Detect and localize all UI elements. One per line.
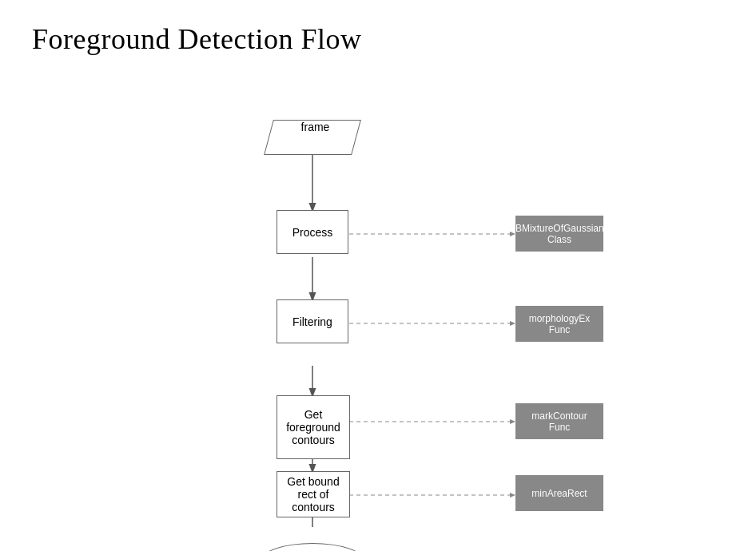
frame-shape: frame [264,120,361,155]
flow-diagram: frame Process Filtering Get foreground c… [0,64,756,527]
get-bound-rect-node: Get bound rect of contours [277,471,350,517]
page-title: Foreground Detection Flow [0,0,756,56]
lbmixture-annotation: LBMixtureOfGaussians Class [515,216,603,252]
frame-label: frame [272,121,358,133]
get-fg-contours-node: Get foreground contours [277,395,350,459]
mark-contour-annotation: markContour Func [515,403,603,439]
lbmixture-label: LBMixtureOfGaussians Class [510,223,608,245]
output-objects-node: Output Objects [261,543,364,551]
morphology-annotation: morphologyEx Func [515,306,603,342]
arrows-svg [0,64,756,527]
get-bound-rect-label: Get bound rect of contours [277,475,349,513]
min-area-rect-annotation: minAreaRect [515,475,603,511]
frame-node: frame [269,120,356,155]
process-node: Process [277,210,348,254]
mark-contour-label: markContour Func [523,410,595,433]
filtering-node: Filtering [277,299,348,343]
min-area-rect-label: minAreaRect [531,488,587,499]
get-fg-contours-label: Get foreground contours [277,408,349,446]
morphology-label: morphologyEx Func [523,313,595,335]
filtering-label: Filtering [292,315,332,328]
process-label: Process [292,226,333,239]
svg-marker-10 [510,419,515,424]
svg-marker-8 [510,321,515,326]
svg-marker-12 [510,493,515,497]
